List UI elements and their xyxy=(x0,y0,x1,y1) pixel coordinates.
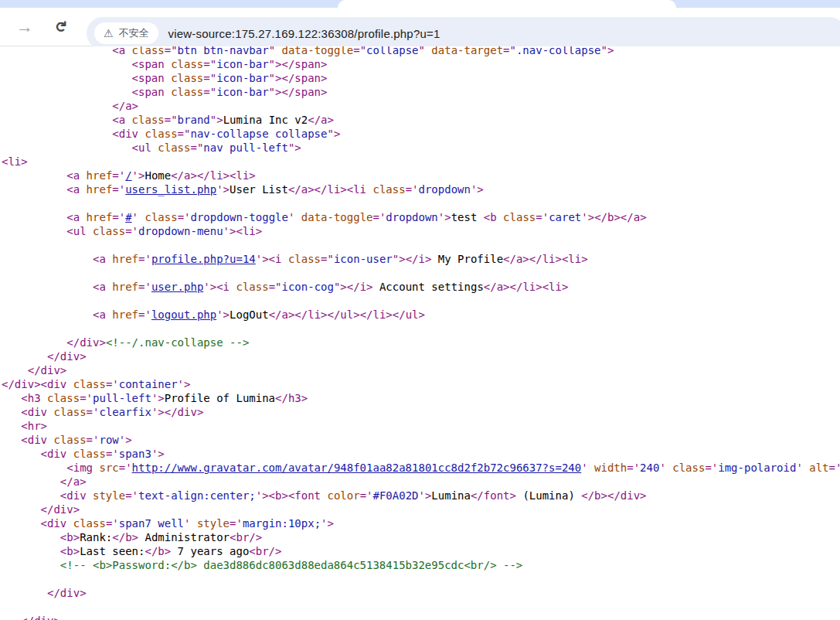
source-segment: =' xyxy=(705,462,718,474)
source-segment: href xyxy=(112,281,138,293)
source-segment: <a xyxy=(93,281,112,293)
source-segment: </div> xyxy=(47,587,87,599)
source-segment: margin:10px; xyxy=(243,517,321,530)
source-segment: 240 xyxy=(640,462,659,474)
source-segment: <span xyxy=(132,72,172,84)
source-segment: </b></div> xyxy=(581,489,646,502)
source-segment: class xyxy=(503,211,536,223)
source-link[interactable]: http://www.gravatar.com/avatar/948f01aa8… xyxy=(132,462,582,474)
source-segment: '><i xyxy=(256,253,288,265)
source-line: </div> xyxy=(2,586,840,600)
source-link[interactable]: users_list.php xyxy=(125,183,216,196)
source-line: <b>Last seen:</b> 7 years ago<br/> xyxy=(2,544,840,558)
source-segment: <a xyxy=(66,169,86,182)
source-line: </div> xyxy=(2,363,840,377)
source-line: <a class="btn btn-navbar" data-toggle="c… xyxy=(2,46,840,57)
source-segment: src xyxy=(99,462,118,474)
source-segment: =' xyxy=(360,489,373,502)
source-segment: dropdown xyxy=(419,183,471,196)
source-link[interactable]: / xyxy=(125,169,131,182)
source-segment: <ul xyxy=(66,225,93,237)
source-segment: =' xyxy=(406,183,419,196)
source-segment: =' xyxy=(112,211,125,223)
source-segment: class xyxy=(158,141,190,154)
source-segment: dropdown-menu xyxy=(138,225,223,237)
reload-icon: ↻ xyxy=(52,21,70,33)
source-line: </div> xyxy=(2,502,840,516)
source-segment: class xyxy=(73,517,106,530)
source-segment: " xyxy=(269,46,282,56)
address-bar[interactable]: ⚠ 不安全 view-source:175.27.169.122:36308/p… xyxy=(87,17,840,49)
source-line: <!-- <b>Password:</b> dae3d886dc8063d88e… xyxy=(2,558,840,572)
url-text[interactable]: view-source:175.27.169.122:36308/profile… xyxy=(168,27,440,40)
forward-button[interactable]: → xyxy=(11,8,39,46)
source-segment: </b> xyxy=(145,545,171,557)
source-segment: href xyxy=(87,211,113,223)
source-segment: "></i> xyxy=(393,253,432,265)
source-segment: class xyxy=(132,114,165,126)
source-segment: class xyxy=(372,183,405,196)
source-segment: '> xyxy=(216,308,230,321)
source-link[interactable]: logout.php xyxy=(151,308,216,321)
reload-button[interactable]: ↻ xyxy=(42,13,80,41)
source-segment: test xyxy=(451,211,484,223)
source-segment: icon-user xyxy=(334,253,393,265)
source-segment: class xyxy=(171,86,203,98)
source-segment: '></div> xyxy=(151,406,203,418)
source-segment: <a xyxy=(112,114,131,126)
source-segment: <br/> xyxy=(230,531,262,543)
tab-strip xyxy=(0,0,840,8)
source-segment: <div xyxy=(60,489,93,502)
source-line: <span class="icon-bar"></span> xyxy=(2,71,840,85)
source-segment: <img xyxy=(66,462,99,474)
source-segment: =' xyxy=(87,434,100,446)
source-segment: "></span> xyxy=(269,86,328,98)
source-segment: =" xyxy=(190,141,203,154)
security-chip[interactable]: ⚠ 不安全 xyxy=(94,22,158,44)
source-segment: Profile of Lumina xyxy=(165,392,275,404)
source-segment: class xyxy=(236,281,268,293)
source-segment: icon-bar xyxy=(216,86,268,98)
source-segment: href xyxy=(112,308,138,321)
source-line xyxy=(2,266,840,280)
source-segment: data-toggle xyxy=(301,211,373,223)
source-segment: '></b></a> xyxy=(581,211,646,223)
source-segment: =' xyxy=(627,462,640,474)
source-segment: nav-collapse collapse xyxy=(190,128,327,140)
source-segment: row xyxy=(99,434,118,446)
source-line: <div class='span7 well' style='margin:10… xyxy=(2,516,840,530)
source-segment: </a></li><li> xyxy=(503,253,588,265)
source-segment: =' xyxy=(125,225,138,237)
source-segment: </div> xyxy=(21,615,60,620)
source-segment: Lumina xyxy=(431,489,471,502)
source-segment: class xyxy=(145,211,177,223)
source-segment: "> xyxy=(327,128,340,140)
source-segment: span7 well xyxy=(119,517,184,530)
source-line: </a> xyxy=(2,475,840,489)
source-link[interactable]: profile.php?u=14 xyxy=(151,253,256,265)
source-segment: text-align:center; xyxy=(138,489,256,502)
source-link[interactable]: user.php xyxy=(151,281,203,293)
source-segment: =' xyxy=(87,406,100,418)
source-segment: style xyxy=(93,489,125,502)
source-segment: dropdown xyxy=(386,211,437,223)
source-segment: User List xyxy=(230,183,288,196)
source-segment: =' xyxy=(106,378,119,390)
active-tab[interactable] xyxy=(338,0,676,8)
source-segment: class xyxy=(171,72,203,84)
source-segment: ' xyxy=(184,517,197,530)
source-segment: </div> xyxy=(47,350,87,363)
source-segment: 7 years ago xyxy=(171,545,249,557)
source-link[interactable]: # xyxy=(125,211,131,223)
source-segment: icon-cog xyxy=(282,281,334,293)
source-segment: =" xyxy=(165,114,178,126)
source-segment: Home xyxy=(145,169,171,182)
source-segment: =" xyxy=(269,281,282,293)
source-line: <span class="icon-bar"></span> xyxy=(2,57,840,71)
source-segment: ' xyxy=(796,462,809,474)
source-segment: ' xyxy=(581,462,594,474)
source-segment: '> xyxy=(419,489,432,502)
source-segment: brand xyxy=(178,114,210,126)
source-line xyxy=(2,238,840,252)
source-segment: <span xyxy=(132,86,172,98)
